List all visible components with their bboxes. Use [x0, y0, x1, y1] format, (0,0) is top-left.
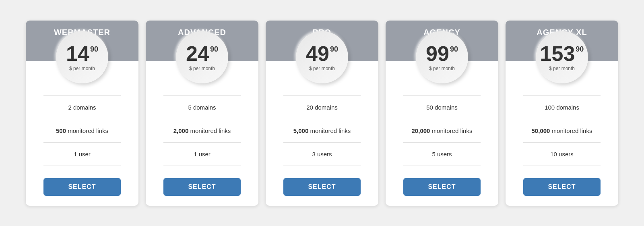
- feature-users-webmaster: 1 user: [34, 147, 130, 162]
- select-button-pro[interactable]: SELECT: [283, 178, 361, 196]
- pricing-container: WEBMASTER 14 90 $ per month 2 domains 50…: [14, 8, 630, 218]
- feature-domains-agency-xl: 100 domains: [514, 100, 610, 115]
- divider-1-advanced: [163, 95, 241, 96]
- divider-1-agency: [403, 95, 481, 96]
- divider-3-advanced: [163, 142, 241, 143]
- feature-domains-advanced: 5 domains: [154, 100, 250, 115]
- divider-4-agency-xl: [523, 166, 601, 166]
- price-cents-agency: 90: [450, 46, 458, 53]
- divider-3-agency-xl: [523, 142, 601, 143]
- plan-card-advanced: ADVANCED 24 90 $ per month 5 domains 2,0…: [146, 21, 258, 206]
- plan-header-webmaster: WEBMASTER 14 90 $ per month: [26, 21, 138, 61]
- divider-3-pro: [283, 142, 361, 143]
- divider-2-webmaster: [43, 119, 121, 119]
- price-cents-advanced: 90: [210, 46, 218, 53]
- feature-domains-webmaster: 2 domains: [34, 100, 130, 115]
- divider-4-advanced: [163, 166, 241, 166]
- feature-users-agency: 5 users: [394, 147, 490, 162]
- price-main-agency-xl: 153 90: [540, 43, 584, 64]
- plan-header-pro: PRO 49 90 $ per month: [266, 21, 378, 61]
- plan-card-agency: AGENCY 99 90 $ per month 50 domains 20,0…: [386, 21, 498, 206]
- divider-1-agency-xl: [523, 95, 601, 96]
- price-cents-pro: 90: [330, 46, 338, 53]
- feature-domains-pro: 20 domains: [274, 100, 370, 115]
- select-button-webmaster[interactable]: SELECT: [43, 178, 121, 196]
- price-number-advanced: 24: [186, 43, 209, 64]
- price-period-agency: $ per month: [429, 66, 455, 71]
- feature-links-agency-xl: 50,000 monitored links: [514, 123, 610, 138]
- divider-2-agency-xl: [523, 119, 601, 119]
- price-period-webmaster: $ per month: [69, 66, 95, 71]
- price-number-webmaster: 14: [66, 43, 89, 64]
- feature-links-pro: 5,000 monitored links: [274, 123, 370, 138]
- price-circle-webmaster: 14 90 $ per month: [56, 31, 108, 83]
- plan-card-pro: PRO 49 90 $ per month 20 domains 5,000 m…: [266, 21, 378, 206]
- price-number-pro: 49: [306, 43, 329, 64]
- price-main-webmaster: 14 90: [66, 43, 98, 64]
- select-button-advanced[interactable]: SELECT: [163, 178, 241, 196]
- divider-2-advanced: [163, 119, 241, 119]
- price-period-pro: $ per month: [309, 66, 335, 71]
- feature-links-advanced: 2,000 monitored links: [154, 123, 250, 138]
- feature-links-agency: 20,000 monitored links: [394, 123, 490, 138]
- divider-4-webmaster: [43, 166, 121, 166]
- divider-3-agency: [403, 142, 481, 143]
- price-cents-agency-xl: 90: [576, 46, 584, 53]
- feature-users-advanced: 1 user: [154, 147, 250, 162]
- feature-users-pro: 3 users: [274, 147, 370, 162]
- price-circle-advanced: 24 90 $ per month: [176, 31, 228, 83]
- divider-4-agency: [403, 166, 481, 166]
- price-period-advanced: $ per month: [189, 66, 215, 71]
- divider-3-webmaster: [43, 142, 121, 143]
- plan-card-webmaster: WEBMASTER 14 90 $ per month 2 domains 50…: [26, 21, 138, 206]
- price-circle-pro: 49 90 $ per month: [296, 31, 348, 83]
- price-main-advanced: 24 90: [186, 43, 218, 64]
- plan-header-agency: AGENCY 99 90 $ per month: [386, 21, 498, 61]
- divider-1-webmaster: [43, 95, 121, 96]
- divider-4-pro: [283, 166, 361, 166]
- select-button-agency-xl[interactable]: SELECT: [523, 178, 601, 196]
- feature-links-webmaster: 500 monitored links: [34, 123, 130, 138]
- feature-users-agency-xl: 10 users: [514, 147, 610, 162]
- plan-card-agency-xl: AGENCY XL 153 90 $ per month 100 domains…: [506, 21, 618, 206]
- price-period-agency-xl: $ per month: [549, 66, 575, 71]
- plan-header-agency-xl: AGENCY XL 153 90 $ per month: [506, 21, 618, 61]
- price-main-pro: 49 90: [306, 43, 338, 64]
- price-number-agency: 99: [426, 43, 449, 64]
- price-cents-webmaster: 90: [90, 46, 98, 53]
- price-main-agency: 99 90: [426, 43, 458, 64]
- divider-2-pro: [283, 119, 361, 119]
- price-circle-agency-xl: 153 90 $ per month: [536, 31, 588, 83]
- plan-header-advanced: ADVANCED 24 90 $ per month: [146, 21, 258, 61]
- price-circle-agency: 99 90 $ per month: [416, 31, 468, 83]
- divider-2-agency: [403, 119, 481, 119]
- price-number-agency-xl: 153: [540, 43, 575, 64]
- select-button-agency[interactable]: SELECT: [403, 178, 481, 196]
- divider-1-pro: [283, 95, 361, 96]
- feature-domains-agency: 50 domains: [394, 100, 490, 115]
